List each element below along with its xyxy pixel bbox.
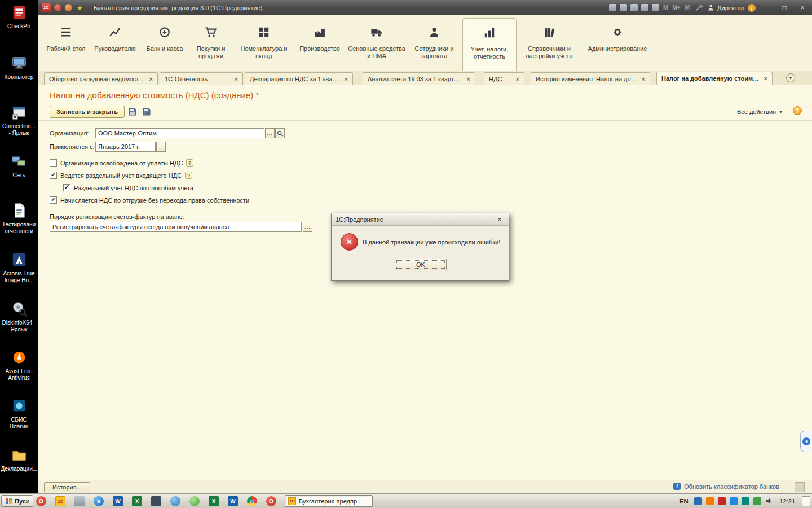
checkbox-org-exempt-row[interactable]: Организация освобождена от уплаты НДС ? <box>50 159 193 167</box>
section-employees-salary[interactable]: Сотрудники и зарплата <box>407 18 461 71</box>
close-icon[interactable]: × <box>149 76 153 82</box>
globe-quicklaunch-icon[interactable] <box>170 496 180 506</box>
invoice-order-browse-button[interactable]: ... <box>303 222 312 232</box>
organization-search-button[interactable] <box>275 128 285 138</box>
close-icon[interactable]: × <box>235 76 238 82</box>
opera-quicklaunch-icon[interactable]: O <box>36 496 46 506</box>
save-icon[interactable] <box>127 106 138 117</box>
close-icon[interactable]: × <box>516 76 519 82</box>
close-icon[interactable]: × <box>345 76 348 82</box>
window-titlebar[interactable]: 1С ★ Бухгалтерия предприятия, редакция 3… <box>38 0 812 15</box>
section-fixed-assets[interactable]: Основные средства и НМА <box>347 18 406 71</box>
memory-subtract-button[interactable]: M- <box>684 5 692 11</box>
applies-from-browse-button[interactable]: ... <box>156 142 166 152</box>
section-administration[interactable]: Администрирование <box>582 18 653 71</box>
tab-1c-reporting[interactable]: 1С-Отчетность× <box>160 72 243 85</box>
section-production[interactable]: Производство <box>293 18 346 71</box>
edit-table-icon[interactable] <box>652 4 659 11</box>
update-bank-classifier-link[interactable]: i Обновить классификатор банков <box>673 483 779 490</box>
teamviewer-tray-icon[interactable] <box>742 497 749 505</box>
section-bank-cash[interactable]: Банк и касса <box>143 18 186 71</box>
desktop-icon-avast[interactable]: Avast Free Antivirus <box>0 348 38 382</box>
tab-scroll-button[interactable]: ▼ <box>786 73 795 82</box>
applies-from-input[interactable]: Январь 2017 г. <box>95 142 156 152</box>
save-icon[interactable] <box>609 4 616 11</box>
quick-access-icon-2[interactable] <box>65 4 72 11</box>
document-icon[interactable] <box>630 4 638 11</box>
checkbox-checked[interactable]: ✓ <box>50 172 57 179</box>
network-tray-icon[interactable] <box>730 497 738 505</box>
checkbox-separate-vat-row[interactable]: ✓ Ведется раздельный учет входящего НДС … <box>50 172 192 179</box>
section-references-settings[interactable]: Справочники и настройки учета <box>518 18 581 71</box>
section-manager[interactable]: Руководителю <box>88 18 142 71</box>
checkbox-checked[interactable]: ✓ <box>63 184 70 191</box>
help-icon[interactable]: ? <box>793 106 802 115</box>
backup-quicklaunch-icon[interactable] <box>151 496 161 506</box>
taskbar-task-1c[interactable]: 1С Бухгалтерия предпр... <box>285 495 373 507</box>
volume-icon[interactable] <box>765 497 773 506</box>
desktop-icon-sbis[interactable]: СБИС Плагин <box>0 397 38 430</box>
checkbox-separate-methods-row[interactable]: ✓ Раздельный учет НДС по способам учета <box>63 184 193 191</box>
start-button[interactable]: Пуск <box>1 495 33 507</box>
desktop-icon-connection[interactable]: Connection... - Ярлык <box>0 103 38 137</box>
current-user[interactable]: Директор <box>707 4 744 11</box>
close-icon[interactable]: × <box>764 75 767 82</box>
tab-change-history[interactable]: История изменения: Налог на до...× <box>531 72 650 85</box>
openoffice-quicklaunch-icon[interactable] <box>189 496 200 506</box>
section-inventory-warehouse[interactable]: Номенклатура и склад <box>236 18 292 71</box>
quick-access-icon[interactable] <box>54 4 61 11</box>
section-desktop[interactable]: Рабочий стол <box>45 18 87 71</box>
internet-explorer-quicklaunch-icon[interactable]: e <box>94 496 104 506</box>
excel-doc-quicklaunch-icon[interactable]: X <box>209 496 219 506</box>
desktop-icon-checkpfr[interactable]: CheckPfr <box>0 3 38 30</box>
tab-account-analysis[interactable]: Анализ счета 19.03 за 1 квартал ...× <box>363 72 475 85</box>
desktop-icon-computer[interactable]: Компьютер <box>0 54 38 81</box>
copy-icon[interactable] <box>620 4 627 11</box>
tab-vat-new[interactable]: Налог на добавленную стоимос...× <box>656 72 773 85</box>
memory-add-button[interactable]: M+ <box>672 5 681 11</box>
maximize-button[interactable]: □ <box>777 3 792 13</box>
clock[interactable]: 12:21 <box>779 498 795 505</box>
tab-vat[interactable]: НДС× <box>484 72 524 85</box>
close-icon[interactable]: × <box>467 76 470 82</box>
show-desktop-button[interactable] <box>802 496 810 506</box>
desktop-icon-declarations[interactable]: Декларации... <box>0 446 38 472</box>
save-and-close-button[interactable]: Записать и закрыть <box>50 106 125 118</box>
antivirus-tray-icon[interactable] <box>706 497 714 505</box>
section-accounting-taxes-reporting[interactable]: Учет, налоги, отчетность <box>462 18 517 71</box>
desktop-icon-network[interactable]: Сеть <box>0 152 38 179</box>
fax-quicklaunch-icon[interactable] <box>74 496 85 506</box>
history-button[interactable]: История... <box>44 482 90 492</box>
checkbox-checked[interactable]: ✓ <box>50 196 57 204</box>
close-button[interactable]: × <box>795 3 810 13</box>
table-icon[interactable] <box>641 4 648 11</box>
organization-browse-button[interactable]: ... <box>265 128 275 138</box>
desktop-icon-testing[interactable]: Тестировани отчетности <box>0 202 38 235</box>
word-quicklaunch-icon[interactable]: W <box>113 496 123 506</box>
ok-button[interactable]: OK <box>395 259 447 270</box>
dialog-titlebar[interactable]: 1С:Предприятие × <box>332 213 509 226</box>
close-icon[interactable]: × <box>642 76 645 82</box>
dialog-close-button[interactable]: × <box>495 215 505 224</box>
desktop-icon-acronis[interactable]: Acronis True Image Ho... <box>0 251 38 284</box>
syringe-icon[interactable] <box>695 3 704 12</box>
desktop-icon-diskinfo[interactable]: DiskInfoX64 - Ярлык <box>0 300 38 333</box>
help-icon[interactable]: ? <box>186 159 193 167</box>
tab-vat-declaration[interactable]: Декларация по НДС за 1 кварта...× <box>245 72 353 85</box>
section-purchases-sales[interactable]: Покупки и продажи <box>187 18 235 71</box>
teamviewer-edge-button[interactable] <box>800 431 812 452</box>
messenger-tray-icon[interactable] <box>753 497 761 505</box>
chrome-quicklaunch-icon[interactable] <box>247 496 257 506</box>
checkbox-unchecked[interactable] <box>50 159 57 167</box>
checkbox-shipment-vat-row[interactable]: ✓ Начисляется НДС по отгрузке без перехо… <box>50 196 249 204</box>
update-tray-icon[interactable] <box>718 497 726 505</box>
memory-recall-button[interactable]: M <box>663 5 668 11</box>
1c-quicklaunch-icon[interactable]: 1С <box>55 496 65 506</box>
favorites-star-icon[interactable]: ★ <box>77 4 83 12</box>
word-doc-quicklaunch-icon[interactable]: W <box>228 496 238 506</box>
display-tray-icon[interactable] <box>694 497 702 505</box>
organization-input[interactable]: ООО Мастер-Оптим <box>95 128 264 138</box>
excel-quicklaunch-icon[interactable]: X <box>132 496 142 506</box>
save-document-icon[interactable] <box>141 106 152 117</box>
opera2-quicklaunch-icon[interactable]: O <box>266 496 276 506</box>
